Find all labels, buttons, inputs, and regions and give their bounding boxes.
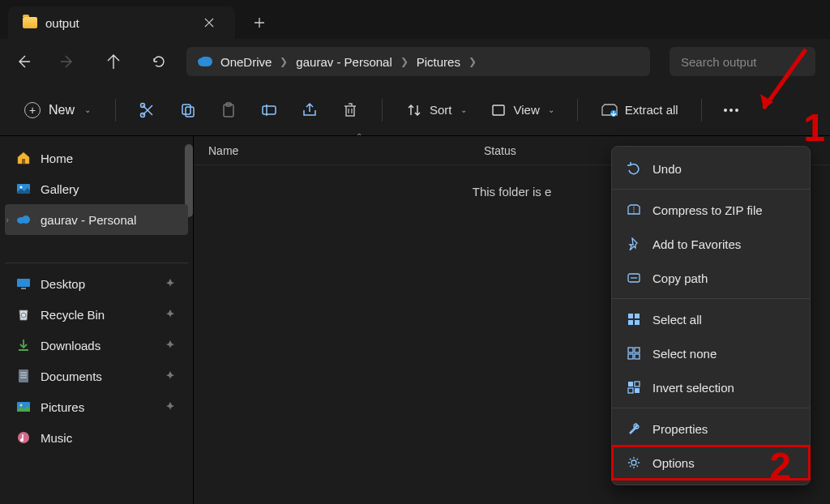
- invert-selection-icon: [627, 380, 641, 395]
- arrow-up-icon: [106, 54, 121, 69]
- back-button[interactable]: [15, 53, 31, 70]
- sort-button[interactable]: Sort ⌄: [397, 96, 475, 125]
- documents-icon: [16, 369, 31, 383]
- separator: [382, 99, 383, 122]
- sidebar-item-music[interactable]: Music: [5, 422, 188, 453]
- sidebar-label: Recycle Bin: [41, 308, 105, 322]
- refresh-button[interactable]: [151, 53, 167, 70]
- svg-rect-9: [22, 159, 25, 164]
- menu-separator: [612, 189, 810, 190]
- ellipsis-icon: [724, 109, 738, 112]
- menu-copypath[interactable]: Copy path: [612, 261, 810, 295]
- menu-invert[interactable]: Invert selection: [612, 370, 810, 404]
- svg-point-13: [22, 216, 30, 224]
- folder-icon: [23, 17, 37, 28]
- trash-icon: [341, 101, 359, 119]
- breadcrumb[interactable]: OneDrive ❯ gaurav - Personal ❯ Pictures …: [186, 47, 650, 76]
- sidebar-item-desktop[interactable]: Desktop: [5, 268, 188, 299]
- new-button[interactable]: + New ⌄: [15, 96, 101, 125]
- annotation-number-1: 1: [803, 105, 825, 150]
- pictures-icon: [16, 399, 31, 414]
- menu-properties[interactable]: Properties: [612, 412, 810, 446]
- wrench-icon: [627, 421, 641, 436]
- svg-rect-31: [628, 382, 633, 387]
- copy-button[interactable]: [171, 96, 205, 125]
- tab-output[interactable]: output: [8, 6, 235, 39]
- svg-rect-30: [635, 354, 640, 359]
- extract-all-button[interactable]: Extract all: [593, 96, 687, 125]
- sidebar-item-downloads[interactable]: Downloads: [5, 330, 188, 361]
- separator: [701, 99, 702, 122]
- undo-icon: [627, 161, 641, 176]
- sidebar-item-documents[interactable]: Documents: [5, 361, 188, 391]
- view-label: View: [514, 103, 540, 117]
- sidebar-item-personal[interactable]: › gaurav - Personal: [5, 204, 188, 235]
- svg-rect-23: [628, 314, 633, 318]
- column-header-status[interactable]: Status: [484, 144, 557, 157]
- share-button[interactable]: [293, 96, 327, 125]
- svg-rect-33: [628, 388, 633, 393]
- menu-favorites[interactable]: Add to Favorites: [612, 227, 810, 261]
- onedrive-icon: [198, 57, 212, 66]
- extract-label: Extract all: [625, 103, 678, 117]
- svg-rect-34: [635, 388, 640, 393]
- close-tab-button[interactable]: [198, 11, 220, 34]
- svg-rect-29: [628, 354, 633, 359]
- forward-button[interactable]: [60, 53, 76, 70]
- sidebar-item-home[interactable]: Home: [5, 143, 188, 173]
- separator: [115, 99, 116, 122]
- rename-button[interactable]: [252, 96, 286, 125]
- pin-icon: [165, 309, 177, 320]
- pin-icon: [165, 370, 177, 382]
- plus-icon: [254, 17, 265, 28]
- menu-label: Select all: [652, 313, 702, 327]
- up-button[interactable]: [105, 53, 122, 70]
- svg-point-11: [20, 186, 23, 189]
- svg-point-20: [18, 432, 29, 443]
- toolbar: + New ⌄ Sort ⌄: [0, 84, 830, 136]
- menu-compress[interactable]: Compress to ZIP file: [612, 193, 810, 227]
- scissors-icon: [139, 101, 156, 119]
- new-tab-button[interactable]: [243, 6, 276, 39]
- crumb-personal[interactable]: gaurav - Personal: [296, 55, 391, 69]
- svg-rect-3: [186, 107, 194, 117]
- menu-selectnone[interactable]: Select none: [612, 336, 810, 370]
- chevron-down-icon: ⌄: [548, 105, 554, 114]
- paste-button[interactable]: [212, 96, 246, 125]
- sidebar-label: Documents: [41, 369, 102, 383]
- menu-undo[interactable]: Undo: [612, 152, 810, 186]
- sidebar-label: Gallery: [41, 182, 79, 196]
- separator: [577, 99, 578, 122]
- tab-title: output: [45, 16, 79, 30]
- sidebar-item-recycle[interactable]: Recycle Bin: [5, 299, 188, 330]
- pin-icon: [165, 278, 177, 289]
- sidebar-item-gallery[interactable]: Gallery: [5, 173, 188, 204]
- column-header-name[interactable]: Name: [208, 144, 484, 157]
- new-label: New: [49, 103, 75, 117]
- select-none-icon: [627, 346, 641, 361]
- onedrive-icon: [16, 212, 31, 227]
- chevron-right-icon: ❯: [468, 56, 477, 67]
- delete-button[interactable]: [333, 96, 367, 125]
- crumb-onedrive[interactable]: OneDrive: [220, 55, 272, 69]
- crumb-pictures[interactable]: Pictures: [417, 55, 460, 69]
- svg-point-35: [631, 460, 636, 465]
- sidebar-label: gaurav - Personal: [41, 213, 136, 227]
- more-button[interactable]: [717, 96, 746, 125]
- share-icon: [301, 101, 319, 119]
- arrow-right-icon: [61, 54, 75, 69]
- arrow-left-icon: [15, 54, 30, 69]
- sidebar: Home Gallery › gaurav - Personal Desktop…: [0, 136, 193, 504]
- pin-icon: [627, 237, 641, 251]
- menu-label: Invert selection: [652, 381, 734, 395]
- refresh-icon: [152, 54, 166, 69]
- svg-point-21: [20, 438, 24, 442]
- sidebar-item-pictures[interactable]: Pictures: [5, 391, 188, 422]
- view-button[interactable]: View ⌄: [481, 96, 563, 125]
- menu-selectall[interactable]: Select all: [612, 302, 810, 336]
- chevron-down-icon: ⌄: [84, 105, 91, 114]
- pin-icon: [165, 340, 177, 351]
- cut-button[interactable]: [130, 96, 165, 125]
- rename-icon: [260, 101, 278, 119]
- annotation-number-2: 2: [769, 444, 791, 489]
